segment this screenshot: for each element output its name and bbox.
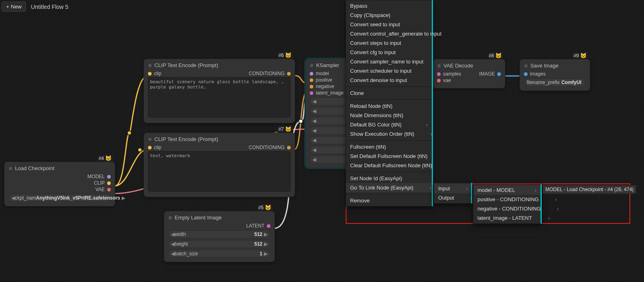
ctx-item-link-latent[interactable]: latent_image - LATENT› xyxy=(473,213,541,223)
flow-title[interactable]: Untitled Flow 5 xyxy=(31,4,68,10)
ctx-item-setnodeid[interactable]: Set Node Id (EasyApi) xyxy=(346,174,432,183)
port-images-in[interactable] xyxy=(524,72,528,76)
widget-value: AnythingV5Ink_v5PrtRE.safetensors xyxy=(36,195,120,201)
node-clip-encode-positive[interactable]: #6🐱 CLIP Text Encode (Prompt) clip CONDI… xyxy=(144,59,295,123)
collapse-icon[interactable] xyxy=(168,216,172,220)
ctx-item-reload[interactable]: Reload Node (ttN) xyxy=(346,101,432,111)
ctx-item-output[interactable]: Output› xyxy=(434,193,471,202)
ckpt-widget[interactable]: ◀ ckpt_nam AnythingV5Ink_v5PrtRE.safeten… xyxy=(8,194,111,202)
node-load-checkpoint[interactable]: #4🐱 Load Checkpoint MODEL CLIP VAE ◀ ckp… xyxy=(4,162,115,206)
ctx-item-convert-steps[interactable]: Convert steps to input xyxy=(346,38,432,48)
port-image-out[interactable] xyxy=(497,72,501,76)
port-label: CONDITIONING xyxy=(249,145,285,150)
node-badge: #6🐱 xyxy=(277,52,293,59)
widget-value: ComfyUI xyxy=(562,80,581,85)
ctx-item-link-positive[interactable]: positive - CONDITIONING› xyxy=(473,195,541,204)
node-title: Load Checkpoint xyxy=(15,165,55,171)
ctx-item-convert-scheduler[interactable]: Convert scheduler to input xyxy=(346,66,432,76)
port-model-out[interactable] xyxy=(107,175,111,179)
ctx-item-convert-seed[interactable]: Convert seed to input xyxy=(346,20,432,29)
node-empty-latent-image[interactable]: #5🐱 Empty Latent Image LATENT ◀width512▶… xyxy=(164,211,275,262)
port-label: negative xyxy=(316,84,334,89)
arrow-right-icon[interactable]: ▶ xyxy=(264,241,268,247)
ctx-item-dimensions[interactable]: Node Dimensions (ttN) xyxy=(346,111,432,120)
node-vae-decode[interactable]: #8🐱 VAE Decode samples IMAGE vae xyxy=(433,59,505,88)
arrow-right-icon[interactable]: ▶ xyxy=(264,251,268,257)
arrow-left-icon[interactable]: ◀ xyxy=(171,241,175,247)
ctx-item-bgcolor[interactable]: Default BG Color (ttN)› xyxy=(346,120,432,129)
node-title: CLIP Text Encode (Prompt) xyxy=(154,62,218,68)
filename-prefix-widget[interactable]: filename_prefixComfyUI xyxy=(524,78,586,86)
port-vae-out[interactable] xyxy=(107,188,111,192)
node-title: Empty Latent Image xyxy=(175,215,222,221)
ctx-item-execorder[interactable]: Show Execution Order (ttN)› xyxy=(346,129,432,139)
chevron-right-icon: › xyxy=(426,122,428,128)
new-label: New xyxy=(11,4,22,10)
context-menu-links[interactable]: model - MODEL› positive - CONDITIONING› … xyxy=(473,184,542,224)
arrow-right-icon[interactable]: ▶ xyxy=(122,195,125,201)
collapse-icon[interactable] xyxy=(524,64,528,68)
port-model-in[interactable] xyxy=(310,72,313,76)
ctx-item-link-negative[interactable]: negative - CONDITIONING› xyxy=(473,204,541,213)
port-negative-in[interactable] xyxy=(310,85,313,88)
widget-label: batch_size xyxy=(175,251,198,257)
ctx-item-fullscreen[interactable]: Fullscreen (ttN) xyxy=(346,142,432,152)
ctx-item-bypass[interactable]: Bypass xyxy=(346,1,432,11)
ctx-item-clear-fullscreen[interactable]: Clear Default Fullscreen Node (ttN) xyxy=(346,161,432,170)
node-clip-encode-negative[interactable]: #7🐱 CLIP Text Encode (Prompt) clip CONDI… xyxy=(144,133,295,197)
prompt-textarea[interactable] xyxy=(148,151,291,192)
arrow-left-icon[interactable]: ◀ xyxy=(11,195,15,201)
collapse-icon[interactable] xyxy=(437,64,441,68)
chevron-right-icon: › xyxy=(430,185,431,191)
ctx-item-convert-sampler[interactable]: Convert sampler_name to input xyxy=(346,57,432,66)
node-save-image[interactable]: #9🐱 Save Image images filename_prefixCom… xyxy=(519,59,590,91)
port-latent-in[interactable] xyxy=(310,91,313,95)
prompt-textarea[interactable] xyxy=(148,77,291,118)
separator xyxy=(346,86,432,87)
route-dot xyxy=(298,119,303,124)
ctx-item-convert-cfg[interactable]: Convert cfg to input xyxy=(346,48,432,57)
node-title: KSampler xyxy=(316,62,339,68)
port-positive-in[interactable] xyxy=(310,78,313,82)
collapse-icon[interactable] xyxy=(148,137,152,141)
port-label: LATENT xyxy=(246,223,264,229)
ctx-item-set-fullscreen[interactable]: Set Default Fullscreen Node (ttN) xyxy=(346,152,432,161)
ctx-item-goto-link[interactable]: Go To Link Node (EasyApi)› xyxy=(346,183,432,192)
port-clip-in[interactable] xyxy=(148,146,152,149)
port-vae-in[interactable] xyxy=(437,79,441,82)
node-title: VAE Decode xyxy=(443,63,473,69)
width-widget[interactable]: ◀width512▶ xyxy=(168,230,270,238)
port-cond-out[interactable] xyxy=(287,72,291,76)
arrow-left-icon[interactable]: ◀ xyxy=(171,231,175,237)
arrow-left-icon[interactable]: ◀ xyxy=(171,251,175,257)
height-widget[interactable]: ◀height512▶ xyxy=(168,240,270,248)
new-flow-button[interactable]: + New xyxy=(2,2,26,12)
ctx-item-link-model[interactable]: model - MODEL› xyxy=(473,185,541,195)
chevron-right-icon: › xyxy=(466,186,468,192)
ctx-item-clone[interactable]: Clone xyxy=(346,88,432,98)
context-menu-main[interactable]: Bypass Copy (Clipspace) Convert seed to … xyxy=(346,0,433,206)
node-badge: #4🐱 xyxy=(97,155,113,162)
context-menu-io[interactable]: Input› Output› xyxy=(434,183,472,204)
port-latent-out[interactable] xyxy=(267,224,270,228)
collapse-icon[interactable] xyxy=(148,63,152,67)
ctx-item-input[interactable]: Input› xyxy=(434,184,471,193)
port-label: vae xyxy=(443,78,451,83)
topbar: + New Untitled Flow 5 xyxy=(2,2,68,12)
ctx-item-remove[interactable]: Remove xyxy=(346,196,432,205)
port-label: images xyxy=(530,71,546,77)
ctx-item-copy-clipspace[interactable]: Copy (Clipspace) xyxy=(346,11,432,20)
port-cond-out[interactable] xyxy=(287,146,291,149)
port-samples-in[interactable] xyxy=(437,72,441,76)
port-clip-out[interactable] xyxy=(107,181,111,185)
ctx-item-convert-denoise[interactable]: Convert denoise to input xyxy=(346,76,432,85)
ctx-item-convert-ctrl[interactable]: Convert control_after_generate to input xyxy=(346,29,432,38)
separator xyxy=(346,194,432,194)
batchsize-widget[interactable]: ◀batch_size1▶ xyxy=(168,250,270,258)
port-clip-in[interactable] xyxy=(148,72,152,76)
arrow-right-icon[interactable]: ▶ xyxy=(264,231,268,237)
collapse-icon[interactable] xyxy=(310,63,314,67)
chevron-right-icon: › xyxy=(431,131,432,137)
route-dot xyxy=(127,130,132,135)
collapse-icon[interactable] xyxy=(8,166,13,170)
